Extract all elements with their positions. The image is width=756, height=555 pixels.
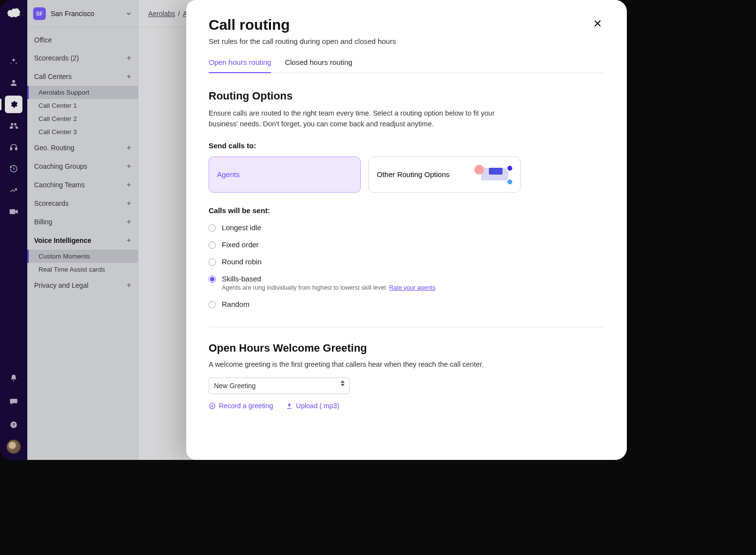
section-description: Ensure calls are routed to the right tea… bbox=[209, 108, 521, 130]
org-picker[interactable]: SF San Francisco bbox=[27, 0, 138, 27]
bell-icon[interactable] bbox=[5, 369, 22, 387]
option-card-label: Other Routing Options bbox=[377, 170, 449, 178]
sidebar-item-label: Coaching Groups bbox=[34, 162, 87, 170]
sidebar-subitem-cc2[interactable]: Call Center 2 bbox=[27, 112, 138, 125]
sidebar-item-scorecards[interactable]: Scorecards + bbox=[27, 194, 138, 213]
plus-circle-icon bbox=[209, 402, 216, 410]
radio-random[interactable]: Random bbox=[209, 300, 521, 308]
sidebar-item-call-centers[interactable]: Call Centers + bbox=[27, 67, 138, 86]
tab-closed-hours[interactable]: Closed hours routing bbox=[285, 58, 352, 73]
radio-icon bbox=[209, 241, 216, 249]
sidebar-item-label: Billing bbox=[34, 218, 52, 226]
user-avatar[interactable] bbox=[6, 439, 21, 454]
panel-title: Call routing bbox=[209, 17, 396, 33]
app-logo-icon bbox=[6, 7, 21, 19]
sidebar-item-scorecards2[interactable]: Scorecards (2) + bbox=[27, 49, 138, 67]
tab-bar: Open hours routing Closed hours routing bbox=[209, 58, 604, 73]
nav-rail: ? bbox=[0, 0, 27, 460]
sidebar-item-billing[interactable]: Billing + bbox=[27, 213, 138, 231]
org-badge: SF bbox=[33, 7, 46, 20]
sidebar-item-office[interactable]: Office bbox=[27, 31, 138, 49]
sidebar-item-label: Call Center 3 bbox=[39, 128, 77, 136]
routing-options-section: Routing Options Ensure calls are routed … bbox=[209, 90, 521, 308]
section-divider bbox=[209, 327, 604, 327]
radio-icon bbox=[209, 301, 216, 308]
svg-rect-1 bbox=[16, 148, 17, 150]
sidebar-subitem-rta-cards[interactable]: Real Time Assist cards bbox=[27, 263, 138, 276]
sidebar-item-geo-routing[interactable]: Geo. Routing + bbox=[27, 139, 138, 157]
sidebar-item-label: Aerolabs Support bbox=[39, 89, 89, 96]
sidebar-subitem-aerolabs-support[interactable]: Aerolabs Support bbox=[27, 86, 138, 99]
radio-longest-idle[interactable]: Longest idle bbox=[209, 223, 521, 232]
svg-rect-0 bbox=[10, 148, 12, 150]
radio-skills-based[interactable]: Skills-based Agents are rung individuall… bbox=[209, 275, 521, 291]
sidebar-item-label: Real Time Assist cards bbox=[39, 266, 105, 273]
chat-icon[interactable] bbox=[5, 393, 22, 410]
sidebar-item-coaching-teams[interactable]: Caoching Teams + bbox=[27, 176, 138, 194]
option-card-other[interactable]: Other Routing Options bbox=[368, 157, 521, 193]
call-routing-panel: Call routing Set rules for the call rout… bbox=[186, 0, 627, 460]
sidebar-item-label: Scorecards (2) bbox=[34, 54, 79, 62]
gear-icon[interactable] bbox=[5, 96, 22, 113]
radio-label: Fixed order bbox=[222, 240, 259, 249]
plus-icon: + bbox=[127, 143, 131, 152]
section-description: A welcome greeting is the first greeting… bbox=[209, 359, 521, 370]
sidebar-item-label: Caoching Teams bbox=[34, 181, 85, 189]
radio-label: Longest idle bbox=[222, 223, 261, 232]
trending-icon[interactable] bbox=[5, 181, 22, 199]
option-card-label: Agents bbox=[217, 170, 240, 178]
sidebar-item-privacy-legal[interactable]: Privacy and Legal + bbox=[27, 276, 138, 295]
radio-round-robin[interactable]: Round robin bbox=[209, 258, 521, 266]
plus-icon: + bbox=[127, 281, 131, 290]
people-icon[interactable] bbox=[5, 117, 22, 135]
sidebar-item-label: Geo. Routing bbox=[34, 144, 75, 152]
plus-icon: + bbox=[127, 236, 131, 245]
help-icon[interactable]: ? bbox=[5, 416, 22, 434]
sidebar-item-label: Office bbox=[34, 36, 52, 44]
headset-icon[interactable] bbox=[5, 139, 22, 156]
sidebar-subitem-cc1[interactable]: Call Center 1 bbox=[27, 99, 138, 112]
chevron-down-icon bbox=[125, 10, 132, 17]
radio-icon bbox=[209, 258, 216, 266]
radio-label: Round robin bbox=[222, 258, 262, 266]
radio-help-text: Agents are rung individually from highes… bbox=[222, 284, 435, 291]
sidebar-item-label: Custom Moments bbox=[39, 253, 90, 260]
breadcrumb-link[interactable]: Aerolabs bbox=[148, 10, 175, 18]
sidebar-subitem-cc3[interactable]: Call Center 3 bbox=[27, 125, 138, 139]
plus-icon: + bbox=[127, 199, 131, 208]
option-card-agents[interactable]: Agents bbox=[209, 157, 361, 193]
sidebar-item-label: Call Center 1 bbox=[39, 102, 77, 109]
sidebar-item-label: Scorecards bbox=[34, 199, 69, 207]
routing-illustration-icon bbox=[474, 166, 512, 183]
svg-text:?: ? bbox=[12, 422, 15, 427]
sparkle-icon[interactable] bbox=[5, 53, 22, 70]
person-icon[interactable] bbox=[5, 74, 22, 92]
radio-fixed-order[interactable]: Fixed order bbox=[209, 240, 521, 249]
video-icon[interactable] bbox=[5, 203, 22, 220]
tab-open-hours[interactable]: Open hours routing bbox=[209, 58, 271, 73]
action-label: Record a greeting bbox=[219, 402, 273, 410]
history-icon[interactable] bbox=[5, 160, 22, 178]
greeting-select[interactable]: New Greeting bbox=[209, 377, 350, 394]
org-name: San Francisco bbox=[51, 10, 120, 18]
panel-subtitle: Set rules for the call routing during op… bbox=[209, 37, 396, 45]
settings-sidebar: SF San Francisco Office Scorecards (2) +… bbox=[27, 0, 138, 460]
sidebar-item-voice-intelligence[interactable]: Voice Intelligence + bbox=[27, 231, 138, 250]
radio-icon bbox=[209, 224, 216, 232]
sidebar-item-label: Voice Intelligence bbox=[34, 237, 91, 244]
sidebar-subitem-custom-moments[interactable]: Custom Moments bbox=[27, 250, 138, 263]
sidebar-item-coaching-groups[interactable]: Coaching Groups + bbox=[27, 157, 138, 176]
rate-agents-link[interactable]: Rate your agents bbox=[389, 284, 435, 291]
upload-icon bbox=[286, 402, 293, 410]
calls-sent-label: Calls will be sent: bbox=[209, 206, 521, 215]
sidebar-list: Office Scorecards (2) + Call Centers + A… bbox=[27, 27, 138, 298]
svg-rect-2 bbox=[10, 209, 16, 214]
upload-greeting-button[interactable]: Upload (.mp3) bbox=[286, 402, 339, 410]
breadcrumb-sep: / bbox=[178, 10, 180, 18]
action-label: Upload (.mp3) bbox=[296, 402, 339, 410]
plus-icon: + bbox=[127, 218, 131, 226]
close-icon[interactable] bbox=[591, 17, 604, 30]
sidebar-item-label: Call Centers bbox=[34, 73, 72, 80]
record-greeting-button[interactable]: Record a greeting bbox=[209, 402, 273, 410]
sidebar-item-label: Privacy and Legal bbox=[34, 281, 88, 289]
